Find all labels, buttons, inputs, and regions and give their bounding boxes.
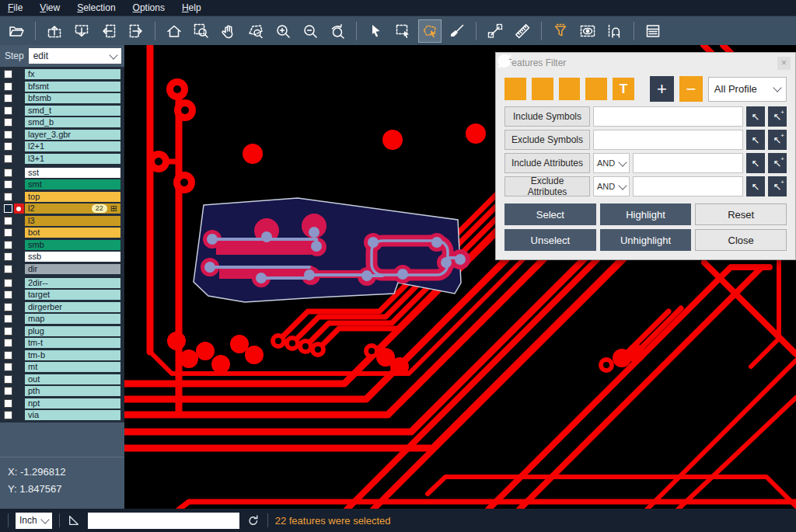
layer-visibility-checkbox[interactable] bbox=[4, 363, 12, 371]
layer-color-bar[interactable]: dir bbox=[25, 264, 120, 274]
home-button[interactable] bbox=[162, 19, 186, 43]
layer-color-bar[interactable]: l3+1 bbox=[25, 154, 120, 164]
layer-color-bar[interactable]: smb bbox=[25, 240, 120, 250]
layer-color-bar[interactable]: l2+1 bbox=[25, 141, 120, 151]
layer-visibility-checkbox[interactable] bbox=[4, 106, 12, 115]
layer-visibility-checkbox[interactable] bbox=[4, 339, 12, 347]
reset-button[interactable]: Reset bbox=[695, 203, 787, 225]
filter-button[interactable] bbox=[549, 19, 572, 43]
layer-row-map[interactable]: map bbox=[2, 314, 120, 324]
layer-color-bar[interactable]: out bbox=[25, 374, 120, 384]
layer-row-sst[interactable]: sst bbox=[2, 168, 120, 178]
ruler-button[interactable] bbox=[511, 19, 534, 43]
include-symbols-button[interactable]: Include Symbols bbox=[504, 106, 590, 127]
layer-row-smb[interactable]: smb bbox=[2, 240, 120, 250]
layer-visibility-checkbox[interactable] bbox=[4, 155, 12, 163]
pick-symbol-icon[interactable]: ↖ bbox=[746, 130, 765, 150]
layer-row-tm-b[interactable]: tm-b bbox=[2, 350, 120, 360]
zoom-out-button[interactable] bbox=[298, 19, 322, 43]
layer-color-bar[interactable]: bot bbox=[25, 228, 120, 238]
layer-color-bar[interactable]: npt bbox=[25, 398, 120, 409]
layer-row-bot[interactable]: bot bbox=[2, 228, 120, 238]
menu-options[interactable]: Options bbox=[133, 2, 165, 13]
layer-visibility-checkbox[interactable] bbox=[4, 351, 12, 360]
layer-row-bfsmb[interactable]: bfsmb bbox=[2, 93, 120, 103]
magnet-button[interactable] bbox=[603, 19, 627, 43]
pick-symbol-icon[interactable]: ↖ bbox=[746, 106, 765, 127]
layer-row-plug[interactable]: plug bbox=[2, 326, 120, 336]
include-attributes-logic-select[interactable]: AND bbox=[593, 153, 630, 173]
layer-color-bar[interactable]: l222⊞ bbox=[25, 203, 120, 214]
layer-visibility-checkbox[interactable] bbox=[4, 265, 12, 273]
select-cursor-button[interactable] bbox=[364, 19, 387, 43]
layer-row-smd_t[interactable]: smd_t bbox=[2, 106, 120, 116]
layer-visibility-checkbox[interactable] bbox=[4, 387, 12, 395]
layer-color-bar[interactable]: smd_b bbox=[25, 117, 120, 127]
layer-row-l2[interactable]: l222⊞ bbox=[2, 203, 120, 214]
layer-visibility-checkbox[interactable] bbox=[4, 303, 12, 311]
select-button[interactable]: Select bbox=[504, 203, 596, 225]
unit-select[interactable]: Inch bbox=[16, 513, 52, 529]
exclude-symbols-input[interactable] bbox=[593, 130, 743, 150]
layer-color-bar[interactable]: bfsmb bbox=[25, 93, 120, 103]
layer-row-fx[interactable]: fx bbox=[2, 69, 120, 79]
shift-up-button[interactable] bbox=[43, 19, 66, 43]
dialog-titlebar[interactable]: Features Filter × bbox=[496, 53, 795, 73]
zoom-in-button[interactable] bbox=[271, 19, 295, 43]
pick-attribute-icon[interactable]: ↖ bbox=[746, 153, 765, 173]
layer-row-layer_3.gbr[interactable]: layer_3.gbr bbox=[2, 130, 120, 140]
close-icon[interactable]: × bbox=[777, 57, 791, 70]
layer-color-bar[interactable]: bfsmt bbox=[25, 82, 120, 92]
include-attributes-button[interactable]: Include Attributes bbox=[504, 153, 590, 173]
layer-row-ssb[interactable]: ssb bbox=[2, 252, 120, 262]
highlight-button[interactable]: Highlight bbox=[600, 203, 692, 225]
layer-visibility-checkbox[interactable] bbox=[4, 94, 12, 103]
layer-visibility-checkbox[interactable] bbox=[4, 217, 12, 225]
layer-visibility-checkbox[interactable] bbox=[4, 193, 12, 201]
zoom-polygon-button[interactable] bbox=[244, 19, 267, 43]
layer-color-bar[interactable]: dirgerber bbox=[25, 302, 120, 312]
pan-button[interactable] bbox=[217, 19, 240, 43]
menu-file[interactable]: File bbox=[8, 2, 23, 13]
layer-color-bar[interactable]: l3 bbox=[25, 216, 120, 226]
pick-attribute-icon[interactable]: ↖ bbox=[746, 176, 765, 196]
text-feature-button[interactable]: T bbox=[613, 78, 634, 100]
layer-visibility-checkbox[interactable] bbox=[4, 70, 12, 78]
layer-row-target[interactable]: target bbox=[2, 290, 120, 300]
unselect-button[interactable]: Unselect bbox=[504, 229, 596, 251]
layer-visibility-checkbox[interactable] bbox=[4, 118, 12, 127]
layer-color-bar[interactable]: fx bbox=[25, 69, 120, 79]
layer-row-smd_b[interactable]: smd_b bbox=[2, 117, 120, 127]
layer-color-bar[interactable]: tm-b bbox=[25, 350, 120, 360]
pick-attribute-add-icon[interactable]: ↖+ bbox=[768, 176, 787, 196]
layer-row-via[interactable]: via bbox=[2, 410, 120, 420]
layer-color-bar[interactable]: smt bbox=[25, 179, 120, 190]
layer-color-bar[interactable]: ssb bbox=[25, 252, 120, 262]
layer-row-pth[interactable]: pth bbox=[2, 386, 120, 396]
layer-visibility-checkbox[interactable] bbox=[4, 204, 12, 213]
exclude-attributes-input[interactable] bbox=[633, 176, 743, 196]
layer-color-bar[interactable]: layer_3.gbr bbox=[25, 130, 120, 140]
layer-row-bfsmt[interactable]: bfsmt bbox=[2, 82, 120, 92]
command-input[interactable] bbox=[88, 513, 239, 529]
shift-down-button[interactable] bbox=[70, 19, 93, 43]
menu-selection[interactable]: Selection bbox=[77, 2, 115, 13]
layer-color-bar[interactable]: plug bbox=[25, 326, 120, 336]
layer-row-l2+1[interactable]: l2+1 bbox=[2, 141, 120, 151]
menu-view[interactable]: View bbox=[40, 2, 60, 13]
pcb-canvas[interactable]: Features Filter × bbox=[124, 45, 796, 509]
layer-visibility-checkbox[interactable] bbox=[4, 130, 12, 139]
layer-row-l3+1[interactable]: l3+1 bbox=[2, 154, 120, 164]
zoom-previous-button[interactable] bbox=[326, 19, 349, 43]
layer-row-mt[interactable]: mt bbox=[2, 362, 120, 372]
layer-visibility-checkbox[interactable] bbox=[4, 228, 12, 237]
layer-visibility-checkbox[interactable] bbox=[4, 399, 12, 408]
panel-list-button[interactable] bbox=[641, 19, 665, 43]
layer-color-bar[interactable]: smd_t bbox=[25, 106, 120, 116]
layer-visibility-checkbox[interactable] bbox=[4, 375, 12, 384]
profile-select[interactable]: All Profile bbox=[708, 77, 787, 102]
layer-row-tm-t[interactable]: tm-t bbox=[2, 338, 120, 348]
line-feature-button[interactable] bbox=[504, 78, 526, 100]
exclude-symbols-button[interactable]: Exclude Symbols bbox=[504, 130, 590, 150]
layer-row-npt[interactable]: npt bbox=[2, 398, 120, 409]
